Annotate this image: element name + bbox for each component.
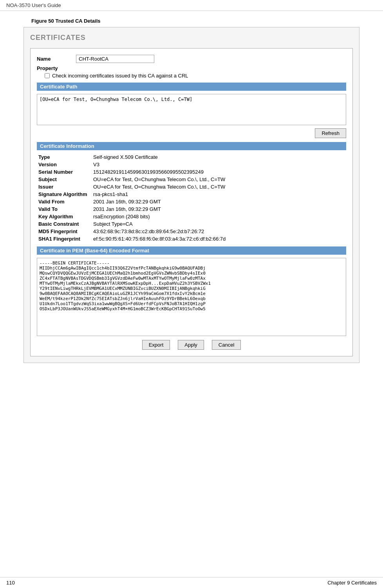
subject-value: OU=eCA for Test, O=Chunghwa Telecom Co.\… [92,176,346,183]
sha1-row: SHA1 Fingerprint ef:5c:90:f5:61:40:75:68… [37,235,346,243]
crl-label: Check incoming certificates issued by th… [52,73,188,79]
sha1-label: SHA1 Fingerprint [37,235,92,243]
header-title: NOA-3570 User's Guide [6,2,61,8]
valid-from-label: Valid From [37,198,92,205]
version-label: Version [37,161,92,168]
cancel-button[interactable]: Cancel [212,340,241,350]
basic-constraint-row: Basic Constraint Subject Type=CA [37,220,346,228]
pem-text: -----BEGIN CERTIFICATE----- MIIDhjCCAm6g… [40,261,211,311]
pem-textarea[interactable]: -----BEGIN CERTIFICATE----- MIIDhjCCAm6g… [37,258,346,336]
issuer-row: Issuer OU=eCA for Test, O=Chunghwa Telec… [37,183,346,191]
cert-path-container: [OU=eCA for Test, O=Chunghwa Telecom Co.… [37,94,346,125]
sig-algo-label: Signature Algorithm [37,191,92,198]
crl-check-row: Check incoming certificates issued by th… [45,73,346,79]
key-algo-label: Key Algorithm [37,213,92,220]
refresh-button[interactable]: Refresh [315,128,346,138]
figure-caption: Figure 50 Trusted CA Details [31,18,383,24]
certificates-frame: CERTIFICATES Name Property Check incomin… [23,27,360,363]
basic-constraint-label: Basic Constraint [37,220,92,228]
serial-value: 151248291911459963019935660995502395249 [92,168,346,176]
refresh-row: Refresh [37,128,346,138]
cert-section-title: CERTIFICATES [30,34,353,42]
basic-constraint-value: Subject Type=CA [92,220,346,228]
md5-value: 43:62:68:9c:73:8d:8c:c2:db:89:64:5e:2d:b… [92,228,346,235]
name-input[interactable] [76,55,154,63]
issuer-label: Issuer [37,183,92,191]
subject-row: Subject OU=eCA for Test, O=Chunghwa Tele… [37,176,346,183]
md5-label: MD5 Fingerprint [37,228,92,235]
apply-button[interactable]: Apply [178,340,204,350]
valid-from-row: Valid From 2001 Jan 16th, 09:32:29 GMT [37,198,346,205]
sig-algo-value: rsa-pkcs1-sha1 [92,191,346,198]
cert-path-section-header: Certificate Path [37,83,346,91]
inner-form: Name Property Check incoming certificate… [30,48,353,356]
name-row: Name [37,55,346,63]
type-value: Self-signed X.509 Certificate [92,153,346,161]
action-row: Export Apply Cancel [37,340,346,350]
property-label: Property [37,65,346,71]
valid-from-value: 2001 Jan 16th, 09:32:29 GMT [92,198,346,205]
cert-path-area[interactable]: [OU=eCA for Test, O=Chunghwa Telecom Co.… [37,94,346,125]
sha1-value: ef:5c:90:f5:61:40:75:68:f6:0e:8f:03:a4:3… [92,235,346,243]
sig-algo-row: Signature Algorithm rsa-pkcs1-sha1 [37,191,346,198]
export-button[interactable]: Export [142,340,170,350]
serial-label: Serial Number [37,168,92,176]
footer-page-number: 110 [6,580,15,586]
key-algo-value: rsaEncryption (2048 bits) [92,213,346,220]
version-row: Version V3 [37,161,346,168]
footer-chapter: Chapter 9 Certificates [327,580,377,586]
type-row: Type Self-signed X.509 Certificate [37,153,346,161]
cert-info-section-header: Certificate Information [37,142,346,150]
key-algo-row: Key Algorithm rsaEncryption (2048 bits) [37,213,346,220]
name-label: Name [37,56,76,62]
issuer-value: OU=eCA for Test, O=Chunghwa Telecom Co.\… [92,183,346,191]
page-header: NOA-3570 User's Guide [0,0,383,11]
md5-row: MD5 Fingerprint 43:62:68:9c:73:8d:8c:c2:… [37,228,346,235]
serial-row: Serial Number 15124829191145996301993566… [37,168,346,176]
version-value: V3 [92,161,346,168]
cert-info-table: Type Self-signed X.509 Certificate Versi… [37,153,346,243]
valid-to-value: 2031 Jan 16th, 09:32:29 GMT [92,205,346,213]
valid-to-label: Valid To [37,205,92,213]
pem-section-header: Certificate in PEM (Base-64) Encoded For… [37,246,346,255]
crl-checkbox[interactable] [45,73,50,78]
page-footer: 110 Chapter 9 Certificates [0,577,383,588]
valid-to-row: Valid To 2031 Jan 16th, 09:32:29 GMT [37,205,346,213]
cert-path-text: [OU=eCA for Test, O=Chunghwa Telecom Co.… [40,97,192,102]
type-label: Type [37,153,92,161]
subject-label: Subject [37,176,92,183]
